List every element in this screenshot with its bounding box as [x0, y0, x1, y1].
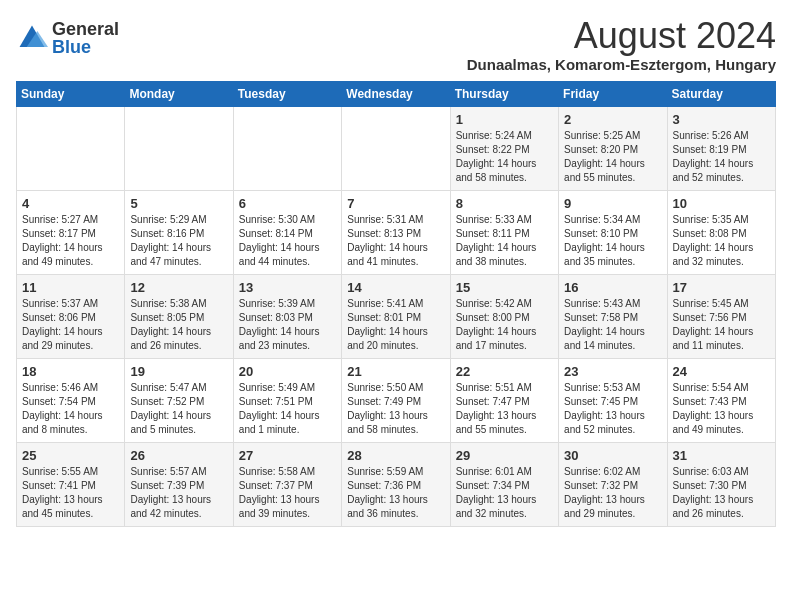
- calendar-cell: 30Sunrise: 6:02 AM Sunset: 7:32 PM Dayli…: [559, 442, 667, 526]
- calendar-cell: 9Sunrise: 5:34 AM Sunset: 8:10 PM Daylig…: [559, 190, 667, 274]
- day-info: Sunrise: 5:27 AM Sunset: 8:17 PM Dayligh…: [22, 213, 119, 269]
- day-number: 5: [130, 196, 227, 211]
- calendar-week-row: 18Sunrise: 5:46 AM Sunset: 7:54 PM Dayli…: [17, 358, 776, 442]
- logo-icon: [16, 22, 48, 54]
- day-number: 4: [22, 196, 119, 211]
- day-info: Sunrise: 6:02 AM Sunset: 7:32 PM Dayligh…: [564, 465, 661, 521]
- day-info: Sunrise: 5:51 AM Sunset: 7:47 PM Dayligh…: [456, 381, 553, 437]
- calendar-cell: 23Sunrise: 5:53 AM Sunset: 7:45 PM Dayli…: [559, 358, 667, 442]
- calendar-cell: 3Sunrise: 5:26 AM Sunset: 8:19 PM Daylig…: [667, 106, 775, 190]
- calendar-cell: 22Sunrise: 5:51 AM Sunset: 7:47 PM Dayli…: [450, 358, 558, 442]
- calendar-week-row: 4Sunrise: 5:27 AM Sunset: 8:17 PM Daylig…: [17, 190, 776, 274]
- day-info: Sunrise: 5:59 AM Sunset: 7:36 PM Dayligh…: [347, 465, 444, 521]
- day-number: 29: [456, 448, 553, 463]
- calendar-cell: 20Sunrise: 5:49 AM Sunset: 7:51 PM Dayli…: [233, 358, 341, 442]
- calendar-cell: 10Sunrise: 5:35 AM Sunset: 8:08 PM Dayli…: [667, 190, 775, 274]
- day-number: 21: [347, 364, 444, 379]
- day-info: Sunrise: 6:01 AM Sunset: 7:34 PM Dayligh…: [456, 465, 553, 521]
- day-info: Sunrise: 5:42 AM Sunset: 8:00 PM Dayligh…: [456, 297, 553, 353]
- day-number: 6: [239, 196, 336, 211]
- day-number: 14: [347, 280, 444, 295]
- day-number: 22: [456, 364, 553, 379]
- calendar-cell: 21Sunrise: 5:50 AM Sunset: 7:49 PM Dayli…: [342, 358, 450, 442]
- day-info: Sunrise: 5:58 AM Sunset: 7:37 PM Dayligh…: [239, 465, 336, 521]
- calendar-table: SundayMondayTuesdayWednesdayThursdayFrid…: [16, 81, 776, 527]
- calendar-cell: 28Sunrise: 5:59 AM Sunset: 7:36 PM Dayli…: [342, 442, 450, 526]
- day-info: Sunrise: 5:49 AM Sunset: 7:51 PM Dayligh…: [239, 381, 336, 437]
- day-number: 25: [22, 448, 119, 463]
- day-number: 18: [22, 364, 119, 379]
- day-info: Sunrise: 5:50 AM Sunset: 7:49 PM Dayligh…: [347, 381, 444, 437]
- day-number: 26: [130, 448, 227, 463]
- calendar-cell: [233, 106, 341, 190]
- day-info: Sunrise: 5:41 AM Sunset: 8:01 PM Dayligh…: [347, 297, 444, 353]
- page-header: General Blue August 2024 Dunaalmas, Koma…: [16, 16, 776, 73]
- calendar-cell: 18Sunrise: 5:46 AM Sunset: 7:54 PM Dayli…: [17, 358, 125, 442]
- calendar-cell: 6Sunrise: 5:30 AM Sunset: 8:14 PM Daylig…: [233, 190, 341, 274]
- day-number: 30: [564, 448, 661, 463]
- day-number: 20: [239, 364, 336, 379]
- weekday-header: Sunday: [17, 81, 125, 106]
- calendar-cell: 31Sunrise: 6:03 AM Sunset: 7:30 PM Dayli…: [667, 442, 775, 526]
- title-block: August 2024 Dunaalmas, Komarom-Esztergom…: [467, 16, 776, 73]
- day-number: 19: [130, 364, 227, 379]
- calendar-cell: 1Sunrise: 5:24 AM Sunset: 8:22 PM Daylig…: [450, 106, 558, 190]
- calendar-cell: 26Sunrise: 5:57 AM Sunset: 7:39 PM Dayli…: [125, 442, 233, 526]
- day-info: Sunrise: 5:33 AM Sunset: 8:11 PM Dayligh…: [456, 213, 553, 269]
- day-number: 15: [456, 280, 553, 295]
- day-info: Sunrise: 5:25 AM Sunset: 8:20 PM Dayligh…: [564, 129, 661, 185]
- calendar-cell: 15Sunrise: 5:42 AM Sunset: 8:00 PM Dayli…: [450, 274, 558, 358]
- calendar-cell: 12Sunrise: 5:38 AM Sunset: 8:05 PM Dayli…: [125, 274, 233, 358]
- day-number: 28: [347, 448, 444, 463]
- logo: General Blue: [16, 20, 119, 56]
- calendar-cell: 29Sunrise: 6:01 AM Sunset: 7:34 PM Dayli…: [450, 442, 558, 526]
- day-info: Sunrise: 5:39 AM Sunset: 8:03 PM Dayligh…: [239, 297, 336, 353]
- weekday-header: Thursday: [450, 81, 558, 106]
- day-info: Sunrise: 5:37 AM Sunset: 8:06 PM Dayligh…: [22, 297, 119, 353]
- calendar-week-row: 1Sunrise: 5:24 AM Sunset: 8:22 PM Daylig…: [17, 106, 776, 190]
- calendar-week-row: 11Sunrise: 5:37 AM Sunset: 8:06 PM Dayli…: [17, 274, 776, 358]
- day-number: 8: [456, 196, 553, 211]
- day-number: 16: [564, 280, 661, 295]
- day-info: Sunrise: 5:45 AM Sunset: 7:56 PM Dayligh…: [673, 297, 770, 353]
- month-title: August 2024: [467, 16, 776, 56]
- day-info: Sunrise: 5:55 AM Sunset: 7:41 PM Dayligh…: [22, 465, 119, 521]
- day-info: Sunrise: 5:26 AM Sunset: 8:19 PM Dayligh…: [673, 129, 770, 185]
- weekday-header: Tuesday: [233, 81, 341, 106]
- day-number: 2: [564, 112, 661, 127]
- calendar-cell: [342, 106, 450, 190]
- calendar-cell: 14Sunrise: 5:41 AM Sunset: 8:01 PM Dayli…: [342, 274, 450, 358]
- day-number: 23: [564, 364, 661, 379]
- day-info: Sunrise: 5:31 AM Sunset: 8:13 PM Dayligh…: [347, 213, 444, 269]
- day-number: 12: [130, 280, 227, 295]
- day-number: 9: [564, 196, 661, 211]
- calendar-cell: 24Sunrise: 5:54 AM Sunset: 7:43 PM Dayli…: [667, 358, 775, 442]
- day-info: Sunrise: 6:03 AM Sunset: 7:30 PM Dayligh…: [673, 465, 770, 521]
- day-number: 3: [673, 112, 770, 127]
- day-number: 27: [239, 448, 336, 463]
- calendar-cell: 5Sunrise: 5:29 AM Sunset: 8:16 PM Daylig…: [125, 190, 233, 274]
- day-info: Sunrise: 5:35 AM Sunset: 8:08 PM Dayligh…: [673, 213, 770, 269]
- weekday-header: Monday: [125, 81, 233, 106]
- calendar-cell: 8Sunrise: 5:33 AM Sunset: 8:11 PM Daylig…: [450, 190, 558, 274]
- calendar-cell: 17Sunrise: 5:45 AM Sunset: 7:56 PM Dayli…: [667, 274, 775, 358]
- calendar-cell: 4Sunrise: 5:27 AM Sunset: 8:17 PM Daylig…: [17, 190, 125, 274]
- day-info: Sunrise: 5:34 AM Sunset: 8:10 PM Dayligh…: [564, 213, 661, 269]
- day-number: 11: [22, 280, 119, 295]
- day-number: 13: [239, 280, 336, 295]
- weekday-header: Saturday: [667, 81, 775, 106]
- day-info: Sunrise: 5:53 AM Sunset: 7:45 PM Dayligh…: [564, 381, 661, 437]
- logo-text: General Blue: [52, 20, 119, 56]
- day-number: 17: [673, 280, 770, 295]
- calendar-cell: 13Sunrise: 5:39 AM Sunset: 8:03 PM Dayli…: [233, 274, 341, 358]
- calendar-week-row: 25Sunrise: 5:55 AM Sunset: 7:41 PM Dayli…: [17, 442, 776, 526]
- day-info: Sunrise: 5:54 AM Sunset: 7:43 PM Dayligh…: [673, 381, 770, 437]
- calendar-cell: 25Sunrise: 5:55 AM Sunset: 7:41 PM Dayli…: [17, 442, 125, 526]
- day-info: Sunrise: 5:57 AM Sunset: 7:39 PM Dayligh…: [130, 465, 227, 521]
- calendar-cell: 16Sunrise: 5:43 AM Sunset: 7:58 PM Dayli…: [559, 274, 667, 358]
- calendar-cell: 27Sunrise: 5:58 AM Sunset: 7:37 PM Dayli…: [233, 442, 341, 526]
- logo-blue: Blue: [52, 38, 119, 56]
- calendar-cell: [125, 106, 233, 190]
- day-number: 24: [673, 364, 770, 379]
- calendar-cell: 19Sunrise: 5:47 AM Sunset: 7:52 PM Dayli…: [125, 358, 233, 442]
